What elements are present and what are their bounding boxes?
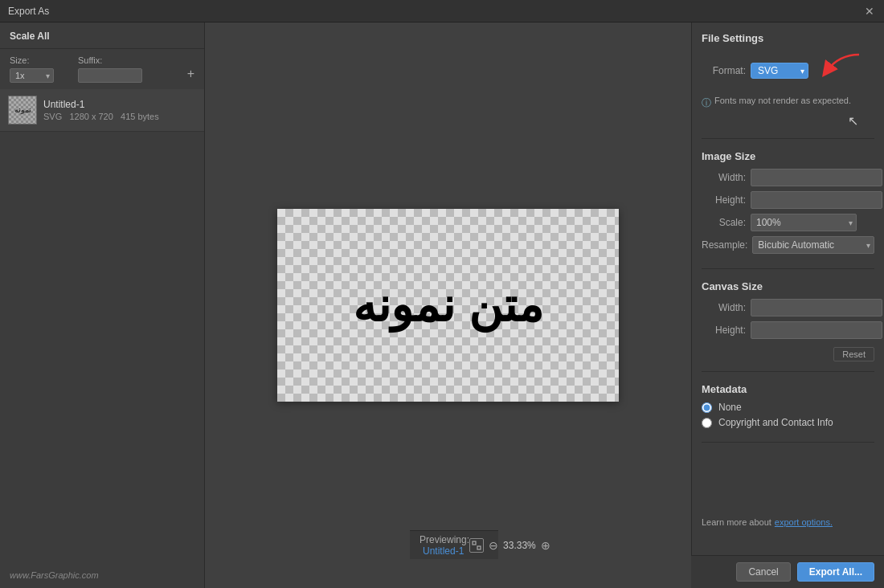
main-container: Scale All Size: 1x 0.5x 2x 3x Suffix: no… [0,22,884,588]
center-preview: متن نمونه Previewing: Untitled-1 [205,22,691,588]
preview-canvas: متن نمونه [277,209,619,402]
zoom-controls: ⊖ 33.33% ⊕ [469,538,550,553]
cursor-icon: ↖ [848,114,858,128]
suffix-input[interactable]: none [78,68,142,83]
suffix-label: Suffix: [78,55,142,65]
learn-more-row: Learn more about export options. [702,517,874,527]
cancel-button[interactable]: Cancel [736,562,790,582]
metadata-title: Metadata [702,383,874,395]
resample-select[interactable]: Bicubic Automatic Bicubic Smoother Bicub… [752,236,874,254]
cursor-area: ↖ [702,113,874,129]
scale-dropdown-wrapper: 100% 50% 200% [751,214,857,231]
canvas-size-section: Canvas Size Width: 1280 px Height: 720 p… [702,280,874,372]
format-select[interactable]: SVG PNG JPG GIF PDF [751,63,808,79]
asset-list: نمونه Untitled-1 SVG 1280 x 720 415 byte… [0,89,204,562]
scale-select[interactable]: 100% 50% 200% [751,214,857,231]
close-button[interactable]: ✕ [863,5,876,18]
size-control: Size: 1x 0.5x 2x 3x [10,55,54,83]
metadata-copyright-radio[interactable] [702,418,712,428]
metadata-section: Metadata None Copyright and Contact Info [702,383,874,443]
svg-rect-0 [473,541,476,545]
canvas-width-input[interactable]: 1280 [751,299,882,316]
asset-thumbnail: نمونه [8,96,37,125]
action-buttons-row: Cancel Export All... [691,555,884,588]
reset-button[interactable]: Reset [833,347,874,361]
canvas-width-label: Width: [702,302,746,313]
size-dropdown[interactable]: 1x 0.5x 2x 3x [10,68,54,83]
right-panel: File Settings Format: SVG PNG JPG GIF PD… [691,22,884,588]
watermark: www.FarsGraphic.com [0,562,204,588]
info-icon: ⓘ [702,96,711,110]
scale-all-header: Scale All [0,22,204,49]
image-height-label: Height: [702,194,746,206]
export-options-link[interactable]: export options. [775,517,833,527]
image-height-row: Height: 720 px [702,191,874,209]
fit-to-screen-button[interactable] [469,538,484,553]
reset-row: Reset [702,344,874,361]
font-warning-row: ⓘ Fonts may not render as expected. [702,96,874,110]
red-arrow-icon [815,51,863,91]
image-width-input[interactable]: 1280 [751,169,882,186]
metadata-copyright-row: Copyright and Contact Info [702,417,874,428]
format-row: Format: SVG PNG JPG GIF PDF [702,51,874,91]
title-bar-title: Export As [8,6,49,17]
resample-label: Resample: [702,239,747,251]
zoom-value: 33.33% [503,540,536,551]
image-width-row: Width: 1280 px [702,169,874,186]
zoom-out-button[interactable]: ⊖ [489,539,498,552]
red-arrow-container [815,51,863,91]
image-height-input[interactable]: 720 [751,191,882,209]
fit-icon [469,538,484,553]
asset-item[interactable]: نمونه Untitled-1 SVG 1280 x 720 415 byte… [0,89,204,132]
resample-row: Resample: Bicubic Automatic Bicubic Smoo… [702,236,874,254]
scale-row: Scale: 100% 50% 200% [702,214,874,231]
canvas-height-input[interactable]: 720 [751,321,882,339]
left-panel: Scale All Size: 1x 0.5x 2x 3x Suffix: no… [0,22,205,588]
resample-select-wrapper: Bicubic Automatic Bicubic Smoother Bicub… [752,236,874,254]
size-suffix-row: Size: 1x 0.5x 2x 3x Suffix: none + [0,49,204,89]
file-settings-section: File Settings Format: SVG PNG JPG GIF PD… [702,32,874,139]
metadata-copyright-label[interactable]: Copyright and Contact Info [718,417,833,428]
add-size-button[interactable]: + [187,67,194,83]
file-settings-title: File Settings [702,32,874,44]
image-size-title: Image Size [702,150,874,162]
thumbnail-checkered: نمونه [9,96,36,124]
title-bar: Export As ✕ [0,0,884,22]
asset-meta: SVG 1280 x 720 415 bytes [43,112,159,121]
previewing-label: Previewing: Untitled-1 [419,534,469,557]
canvas-height-row: Height: 720 px [702,321,874,339]
zoom-in-button[interactable]: ⊕ [541,539,550,552]
arabic-text-preview: متن نمونه [353,278,542,333]
preview-bottom-bar: Previewing: Untitled-1 ⊖ 33.33% [410,530,498,559]
asset-info: Untitled-1 SVG 1280 x 720 415 bytes [43,99,159,121]
image-size-section: Image Size Width: 1280 px Height: 720 px… [702,150,874,269]
suffix-control: Suffix: none [78,55,142,83]
size-label: Size: [10,55,54,65]
metadata-none-label[interactable]: None [718,402,742,413]
canvas-width-row: Width: 1280 px [702,299,874,316]
metadata-none-radio[interactable] [702,402,712,413]
image-width-label: Width: [702,172,746,183]
canvas-height-label: Height: [702,325,746,336]
format-select-container: SVG PNG JPG GIF PDF [751,63,808,79]
canvas-size-title: Canvas Size [702,280,874,292]
export-all-button[interactable]: Export All... [797,562,874,582]
metadata-none-row: None [702,402,874,413]
svg-rect-1 [477,546,481,549]
scale-label: Scale: [702,217,746,228]
format-label: Format: [702,65,746,76]
asset-name: Untitled-1 [43,99,159,110]
previewing-filename: Untitled-1 [423,545,464,557]
